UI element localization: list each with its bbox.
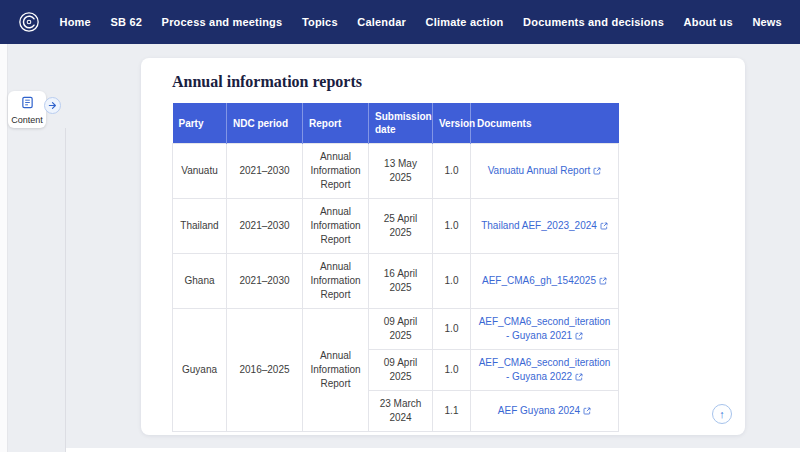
- arrow-right-icon: [48, 98, 57, 113]
- nav-item-calendar[interactable]: Calendar: [357, 16, 406, 28]
- cell-document: AEF Guyana 2024: [471, 391, 619, 432]
- content-tab[interactable]: Content: [8, 91, 46, 128]
- external-link-icon: [583, 407, 591, 415]
- cell-document: AEF_CMA6_second_iteration - Guyana 2021: [471, 309, 619, 350]
- report-card: Annual information reports Party NDC per…: [141, 58, 745, 435]
- col-header-party: Party: [173, 103, 227, 144]
- cell-version: 1.0: [433, 309, 471, 350]
- cell-submission-date: 23 March 2024: [369, 391, 433, 432]
- cell-version: 1.0: [433, 199, 471, 254]
- col-header-documents: Documents: [471, 103, 619, 144]
- content-tab-label: Content: [11, 115, 43, 125]
- document-link[interactable]: Vanuatu Annual Report: [488, 165, 602, 176]
- table-row-guyana-1: Guyana 2016–2025 Annual Information Repo…: [173, 309, 619, 350]
- cell-party: Vanuatu: [173, 144, 227, 199]
- cell-party: Ghana: [173, 254, 227, 309]
- horizontal-scrollbar-track: [66, 448, 800, 452]
- nav-item-news[interactable]: News: [752, 16, 782, 28]
- document-link[interactable]: Thailand AEF_2023_2024: [481, 220, 608, 231]
- nav-item-climate-action[interactable]: Climate action: [426, 16, 504, 28]
- unfccc-logo[interactable]: [18, 11, 40, 33]
- table-row-vanuatu: Vanuatu 2021–2030 Annual Information Rep…: [173, 144, 619, 199]
- content-icon: [21, 95, 34, 113]
- external-link-icon: [575, 332, 583, 340]
- cell-report: Annual Information Report: [303, 199, 369, 254]
- cell-version: 1.0: [433, 254, 471, 309]
- cell-ndc-period: 2016–2025: [227, 309, 303, 432]
- table-header-row: Party NDC period Report Submission date …: [173, 103, 619, 144]
- nav-item-about-us[interactable]: About us: [684, 16, 733, 28]
- cell-ndc-period: 2021–2030: [227, 144, 303, 199]
- arrow-up-icon: ↑: [719, 409, 725, 420]
- page-title: Annual information reports: [172, 73, 714, 91]
- cell-party: Thailand: [173, 199, 227, 254]
- cell-document: AEF_CMA6_second_iteration - Guyana 2022: [471, 350, 619, 391]
- table-row-thailand: Thailand 2021–2030 Annual Information Re…: [173, 199, 619, 254]
- cell-submission-date: 25 April 2025: [369, 199, 433, 254]
- nav-item-documents-and-decisions[interactable]: Documents and decisions: [523, 16, 664, 28]
- cell-document: Vanuatu Annual Report: [471, 144, 619, 199]
- nav-item-home[interactable]: Home: [60, 16, 91, 28]
- cell-report: Annual Information Report: [303, 254, 369, 309]
- document-link[interactable]: AEF_CMA6_second_iteration - Guyana 2021: [479, 316, 611, 341]
- col-header-submission-date: Submission date: [369, 103, 433, 144]
- unfccc-logo-icon: [18, 11, 40, 33]
- table-row-ghana: Ghana 2021–2030 Annual Information Repor…: [173, 254, 619, 309]
- cell-report: Annual Information Report: [303, 309, 369, 432]
- document-link[interactable]: AEF_CMA6_second_iteration - Guyana 2022: [479, 357, 611, 382]
- cell-version: 1.0: [433, 350, 471, 391]
- top-navigation: Home SB 62 Process and meetings Topics C…: [0, 0, 800, 44]
- cell-report: Annual Information Report: [303, 144, 369, 199]
- left-sidebar-strip: [0, 44, 8, 452]
- sidebar-expand-button[interactable]: [44, 97, 61, 114]
- cell-party: Guyana: [173, 309, 227, 432]
- external-link-icon: [593, 167, 601, 175]
- reports-table: Party NDC period Report Submission date …: [172, 103, 619, 432]
- scroll-to-top-button[interactable]: ↑: [712, 404, 732, 424]
- nav-item-sb62[interactable]: SB 62: [110, 16, 142, 28]
- sidebar-divider: [65, 128, 66, 452]
- cell-submission-date: 13 May 2025: [369, 144, 433, 199]
- cell-version: 1.0: [433, 144, 471, 199]
- cell-submission-date: 09 April 2025: [369, 309, 433, 350]
- external-link-icon: [575, 373, 583, 381]
- col-header-report: Report: [303, 103, 369, 144]
- document-link[interactable]: AEF Guyana 2024: [498, 405, 591, 416]
- cell-submission-date: 16 April 2025: [369, 254, 433, 309]
- col-header-version: Version: [433, 103, 471, 144]
- nav-item-topics[interactable]: Topics: [302, 16, 338, 28]
- col-header-ndc-period: NDC period: [227, 103, 303, 144]
- cell-submission-date: 09 April 2025: [369, 350, 433, 391]
- cell-document: AEF_CMA6_gh_1542025: [471, 254, 619, 309]
- external-link-icon: [600, 222, 608, 230]
- external-link-icon: [599, 277, 607, 285]
- document-link[interactable]: AEF_CMA6_gh_1542025: [482, 275, 607, 286]
- cell-ndc-period: 2021–2030: [227, 199, 303, 254]
- cell-version: 1.1: [433, 391, 471, 432]
- cell-ndc-period: 2021–2030: [227, 254, 303, 309]
- nav-item-process-and-meetings[interactable]: Process and meetings: [162, 16, 283, 28]
- cell-document: Thailand AEF_2023_2024: [471, 199, 619, 254]
